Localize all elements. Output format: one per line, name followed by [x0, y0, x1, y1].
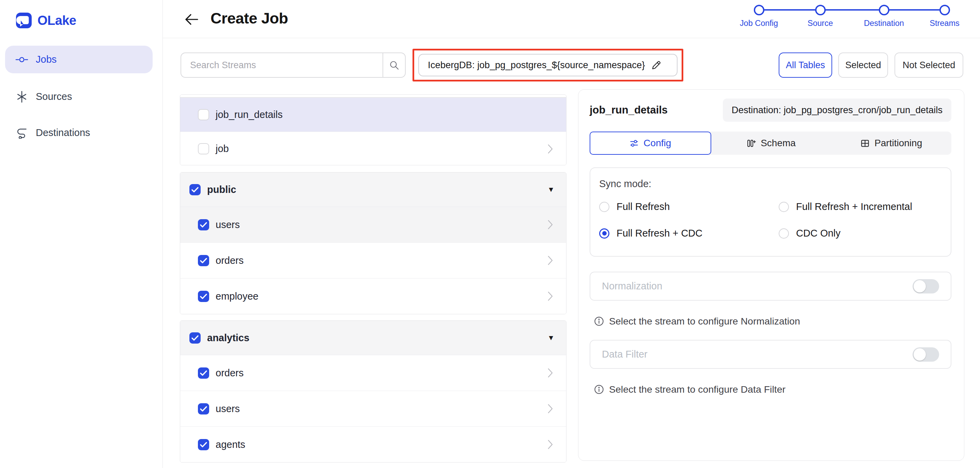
check-icon — [200, 222, 207, 228]
step-destination[interactable]: Destination — [850, 5, 918, 28]
checkbox-checked[interactable] — [198, 403, 209, 414]
step-circle — [815, 5, 826, 15]
radio-unchecked[interactable] — [599, 202, 609, 212]
radio-label: Full Refresh — [617, 201, 670, 212]
stream-row-users-analytics[interactable]: users — [180, 391, 566, 426]
stream-row-employee[interactable]: employee — [180, 278, 566, 314]
filter-label: Selected — [845, 60, 881, 70]
radio-cdc-only[interactable]: CDC Only — [779, 228, 912, 239]
radio-label: CDC Only — [796, 228, 841, 239]
sidebar-item-label: Jobs — [36, 54, 57, 65]
destination-badge: Destination: job_pg_postgres_cron/job_ru… — [723, 99, 951, 122]
edit-pencil-icon[interactable] — [651, 60, 662, 70]
filter-not-selected[interactable]: Not Selected — [894, 53, 963, 78]
checkbox-checked[interactable] — [189, 184, 200, 195]
tab-label: Partitioning — [874, 138, 922, 149]
checkbox-unchecked[interactable] — [198, 143, 209, 154]
stream-row-orders-analytics[interactable]: orders — [180, 355, 566, 391]
chevron-right-icon[interactable] — [548, 404, 553, 414]
app-name: OLake — [37, 13, 76, 28]
data-filter-card: Data Filter — [590, 340, 951, 369]
helper-text: Select the stream to configure Normaliza… — [609, 316, 800, 327]
checkbox-checked[interactable] — [189, 332, 200, 343]
route-icon — [15, 127, 28, 139]
checkbox-unchecked[interactable] — [198, 109, 209, 120]
stream-name: job_run_details — [216, 109, 283, 120]
group-header-analytics[interactable]: analytics ▼ — [180, 321, 566, 355]
check-icon — [200, 406, 207, 412]
filter-all-tables[interactable]: All Tables — [779, 53, 832, 78]
chevron-right-icon[interactable] — [548, 255, 553, 265]
check-icon — [200, 370, 207, 376]
search-button[interactable] — [383, 53, 405, 77]
checkbox-checked[interactable] — [198, 219, 209, 230]
main-area: Create Job Job Config Source Destination… — [163, 0, 980, 468]
toggle-knob — [913, 280, 926, 292]
checkbox-checked[interactable] — [198, 255, 209, 266]
check-icon — [200, 258, 207, 264]
radio-unchecked[interactable] — [779, 228, 789, 239]
sidebar-item-sources[interactable]: Sources — [5, 83, 153, 110]
tab-partitioning[interactable]: Partitioning — [831, 132, 951, 155]
check-icon — [200, 294, 207, 299]
tab-config[interactable]: Config — [590, 132, 711, 155]
stream-row-agents[interactable]: agents — [180, 426, 566, 462]
data-filter-toggle[interactable] — [913, 347, 939, 362]
chevron-right-icon[interactable] — [548, 439, 553, 450]
chevron-right-icon[interactable] — [548, 144, 553, 154]
stream-row-job_run_details[interactable]: job_run_details — [180, 97, 566, 132]
filter-selected[interactable]: Selected — [838, 53, 888, 78]
spark-icon — [15, 91, 28, 102]
chevron-right-icon[interactable] — [548, 368, 553, 378]
check-icon — [191, 335, 199, 341]
radio-unchecked[interactable] — [779, 202, 789, 212]
radio-full-refresh-incremental[interactable]: Full Refresh + Incremental — [779, 201, 912, 212]
step-job-config[interactable]: Job Config — [725, 5, 793, 28]
normalization-toggle[interactable] — [913, 279, 939, 294]
step-circle — [879, 5, 889, 15]
sync-mode-options: Full Refresh Full Refresh + Incremental … — [599, 201, 912, 239]
normalization-card: Normalization — [590, 272, 951, 300]
stream-row-job[interactable]: job — [180, 132, 566, 165]
step-source[interactable]: Source — [786, 5, 854, 28]
step-streams[interactable]: Streams — [910, 5, 978, 28]
caret-down-icon[interactable]: ▼ — [547, 334, 555, 342]
olake-logo-icon — [16, 12, 32, 29]
data-filter-helper: Select the stream to configure Data Filt… — [594, 384, 786, 395]
destination-namespace-value: IcebergDB: job_pg_postgres_${source_name… — [428, 60, 645, 70]
chevron-right-icon[interactable] — [548, 219, 553, 230]
stream-group-card-public: public ▼ users orders — [180, 172, 566, 314]
stream-row-orders[interactable]: orders — [180, 242, 566, 278]
data-filter-label: Data Filter — [602, 349, 648, 360]
normalization-helper: Select the stream to configure Normaliza… — [594, 316, 800, 327]
stream-detail-panel: job_run_details Destination: job_pg_post… — [578, 89, 964, 461]
sidebar-item-jobs[interactable]: Jobs — [5, 46, 153, 73]
check-icon — [200, 442, 207, 447]
radio-full-refresh-cdc[interactable]: Full Refresh + CDC — [599, 228, 779, 239]
stream-name: orders — [216, 367, 243, 379]
checkbox-checked[interactable] — [198, 367, 209, 379]
group-name: public — [207, 184, 236, 195]
chevron-right-icon[interactable] — [548, 291, 553, 301]
back-button[interactable] — [183, 11, 200, 28]
normalization-label: Normalization — [602, 281, 662, 292]
logo[interactable]: OLake — [16, 12, 76, 29]
sidebar-item-label: Destinations — [36, 127, 90, 138]
stream-row-users[interactable]: users — [180, 206, 566, 242]
filter-label: All Tables — [786, 60, 825, 70]
caret-down-icon[interactable]: ▼ — [547, 185, 555, 193]
radio-full-refresh[interactable]: Full Refresh — [599, 201, 779, 212]
sync-mode-card: Sync mode: Full Refresh Full Refresh + I… — [590, 168, 951, 257]
checkbox-checked[interactable] — [198, 291, 209, 302]
step-circle — [939, 5, 950, 15]
sidebar-item-destinations[interactable]: Destinations — [5, 119, 153, 147]
destination-namespace-field[interactable]: IcebergDB: job_pg_postgres_${source_name… — [418, 54, 678, 77]
grid-icon — [861, 139, 870, 148]
checkbox-checked[interactable] — [198, 439, 209, 450]
group-header-public[interactable]: public ▼ — [180, 173, 566, 206]
helper-text: Select the stream to configure Data Filt… — [609, 384, 786, 395]
search-input[interactable] — [181, 53, 383, 77]
sidebar-item-label: Sources — [36, 91, 72, 102]
radio-checked[interactable] — [599, 228, 609, 239]
tab-schema[interactable]: Schema — [711, 132, 832, 155]
